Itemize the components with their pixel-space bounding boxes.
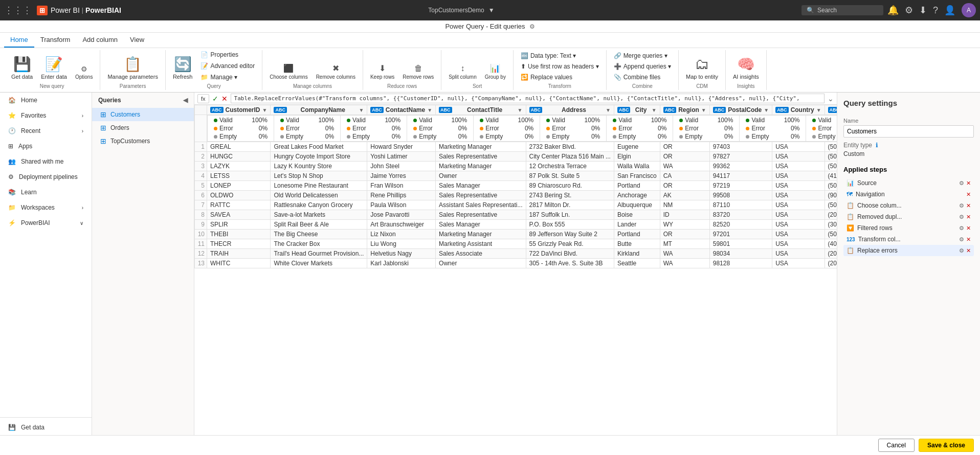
formula-fx-button[interactable]: fx (197, 94, 209, 103)
step-dupl-gear[interactable]: ⚙ (959, 214, 964, 220)
cell-customerid[interactable]: SPLIR (207, 220, 271, 230)
col-filter-city[interactable]: ▼ (652, 107, 657, 113)
tab-home[interactable]: Home (4, 33, 34, 48)
cell-contactname[interactable]: Yoshi Latimer (367, 152, 436, 162)
ms-logo[interactable]: ⊞ (37, 6, 48, 15)
cell-contactname[interactable]: Paula Wilson (367, 200, 436, 210)
cell-region[interactable]: OR (660, 152, 709, 162)
get-data-button[interactable]: 💾 Get data (8, 54, 36, 82)
cell-country[interactable]: USA (772, 200, 825, 210)
cell-phone[interactable]: (206) 555-8257 (825, 249, 837, 259)
cell-region[interactable]: AK (660, 191, 709, 200)
cell-customerid[interactable]: HUNGC (207, 152, 271, 162)
account-icon[interactable]: 👤 (944, 5, 955, 16)
settings-icon[interactable]: ⚙ (905, 5, 913, 16)
cell-address[interactable]: 722 DaVinci Blvd. (526, 249, 614, 259)
step-filtered-rows[interactable]: 🔽 Filtered rows ⚙ ✕ (843, 222, 974, 234)
cell-postalcode[interactable]: 98128 (709, 259, 772, 268)
cell-region[interactable]: NM (660, 200, 709, 210)
cell-country[interactable]: USA (772, 249, 825, 259)
cell-companyname[interactable]: Let's Stop N Shop (271, 171, 367, 181)
cell-region[interactable]: OR (660, 142, 709, 152)
col-header-Phone[interactable]: ABC Phone ▼ (825, 105, 837, 115)
col-header-Region[interactable]: ABC Region ▼ (660, 105, 709, 115)
table-row[interactable]: 1GREALGreat Lakes Food MarketHoward Snyd… (195, 142, 837, 152)
query-item-customers[interactable]: ⊞ Customers (92, 108, 194, 121)
group-by-button[interactable]: 📊 Group by (482, 61, 509, 82)
cell-companyname[interactable]: Old World Delicatessen (271, 191, 367, 200)
cell-address[interactable]: 89 Jefferson Way Suite 2 (526, 230, 614, 239)
step-transform-gear[interactable]: ⚙ (959, 236, 964, 243)
cell-companyname[interactable]: Lazy K Kountry Store (271, 162, 367, 171)
merge-queries-button[interactable]: 🔗 Merge queries ▾ (611, 51, 674, 60)
sidebar-item-apps[interactable]: ⊞ Apps (0, 139, 92, 154)
step-source[interactable]: 📊 Source ⚙ ✕ (843, 177, 974, 189)
cell-contactname[interactable]: Liz Nixon (367, 230, 436, 239)
cell-city[interactable]: Portland (614, 181, 660, 191)
collapse-queries-button[interactable]: ◀ (183, 97, 188, 104)
cell-companyname[interactable]: Save-a-lot Markets (271, 210, 367, 220)
step-choose-delete[interactable]: ✕ (966, 202, 971, 209)
tab-view[interactable]: View (124, 33, 150, 48)
sidebar-item-shared[interactable]: 👥 Shared with me (0, 154, 92, 169)
cell-customerid[interactable]: LETSS (207, 171, 271, 181)
notification-icon[interactable]: 🔔 (887, 5, 899, 16)
cell-region[interactable]: OR (660, 230, 709, 239)
cell-region[interactable]: MT (660, 239, 709, 249)
cell-phone[interactable]: (206) 555-4112 (825, 259, 837, 268)
cell-contactname[interactable]: Fran Wilson (367, 181, 436, 191)
table-row[interactable]: 6OLDWOOld World DelicatessenRene Phillip… (195, 191, 837, 200)
col-header-CustomerID[interactable]: ABC CustomerID ▼ (207, 105, 271, 115)
cell-contacttitle[interactable]: Assistant Sales Representati... (436, 200, 526, 210)
table-row[interactable]: 11THECRThe Cracker BoxLiu WongMarketing … (195, 239, 837, 249)
cell-city[interactable]: San Francisco (614, 171, 660, 181)
save-close-button[interactable]: Save & close (919, 439, 974, 452)
cell-country[interactable]: USA (772, 181, 825, 191)
formula-expand-button[interactable]: ⌄ (828, 95, 834, 103)
help-icon[interactable]: ? (933, 5, 938, 16)
cell-customerid[interactable]: OLDWO (207, 191, 271, 200)
cell-country[interactable]: USA (772, 210, 825, 220)
manage-button[interactable]: 📁 Manage ▾ (197, 73, 258, 82)
cell-phone[interactable]: (907) 555-7584 (825, 191, 837, 200)
cell-city[interactable]: Boise (614, 210, 660, 220)
cell-customerid[interactable]: RATTC (207, 200, 271, 210)
tab-transform[interactable]: Transform (34, 33, 77, 48)
cell-country[interactable]: USA (772, 171, 825, 181)
step-choose-gear[interactable]: ⚙ (959, 202, 964, 209)
table-row[interactable]: 13WHITCWhite Clover MarketsKarl Jablonsk… (195, 259, 837, 268)
col-filter-country[interactable]: ▼ (816, 107, 821, 113)
cell-phone[interactable]: (307) 555-4680 (825, 220, 837, 230)
cell-region[interactable]: WA (660, 259, 709, 268)
cell-postalcode[interactable]: 99508 (709, 191, 772, 200)
col-filter-address[interactable]: ▼ (606, 107, 611, 113)
cell-city[interactable]: Seattle (614, 259, 660, 268)
table-row[interactable]: 8SAVEASave-a-lot MarketsJose PavarottiSa… (195, 210, 837, 220)
cell-contacttitle[interactable]: Marketing Manager (436, 162, 526, 171)
col-filter-postal[interactable]: ▼ (764, 107, 769, 113)
col-filter-customerid[interactable]: ▼ (262, 107, 268, 113)
name-input[interactable] (843, 125, 974, 138)
cell-country[interactable]: USA (772, 191, 825, 200)
cell-address[interactable]: 2743 Bering St. (526, 191, 614, 200)
cell-city[interactable]: Albuquerque (614, 200, 660, 210)
col-header-PostalCode[interactable]: ABC PostalCode ▼ (709, 105, 772, 115)
cell-city[interactable]: Lander (614, 220, 660, 230)
split-column-button[interactable]: ↕ Split column (446, 62, 479, 82)
step-replace-delete[interactable]: ✕ (966, 247, 971, 254)
sidebar-item-recent[interactable]: 🕐 Recent › (0, 123, 92, 139)
cell-contacttitle[interactable]: Owner (436, 171, 526, 181)
cell-phone[interactable]: (415) 555-5938 (825, 171, 837, 181)
append-queries-button[interactable]: ➕ Append queries ▾ (611, 62, 674, 71)
cell-phone[interactable]: (406) 555-5834 (825, 239, 837, 249)
cell-customerid[interactable]: SAVEA (207, 210, 271, 220)
cell-country[interactable]: USA (772, 220, 825, 230)
cell-postalcode[interactable]: 94117 (709, 171, 772, 181)
remove-columns-button[interactable]: ✖ Remove columns (313, 61, 359, 82)
cell-customerid[interactable]: THECR (207, 239, 271, 249)
data-area[interactable]: ABC CustomerID ▼ ABC CompanyName ▼ (194, 105, 837, 435)
cell-customerid[interactable]: LONEP (207, 181, 271, 191)
cell-address[interactable]: 12 Orchestra Terrace (526, 162, 614, 171)
cell-contacttitle[interactable]: Sales Representative (436, 191, 526, 200)
formula-confirm-button[interactable]: ✓ (212, 95, 218, 103)
